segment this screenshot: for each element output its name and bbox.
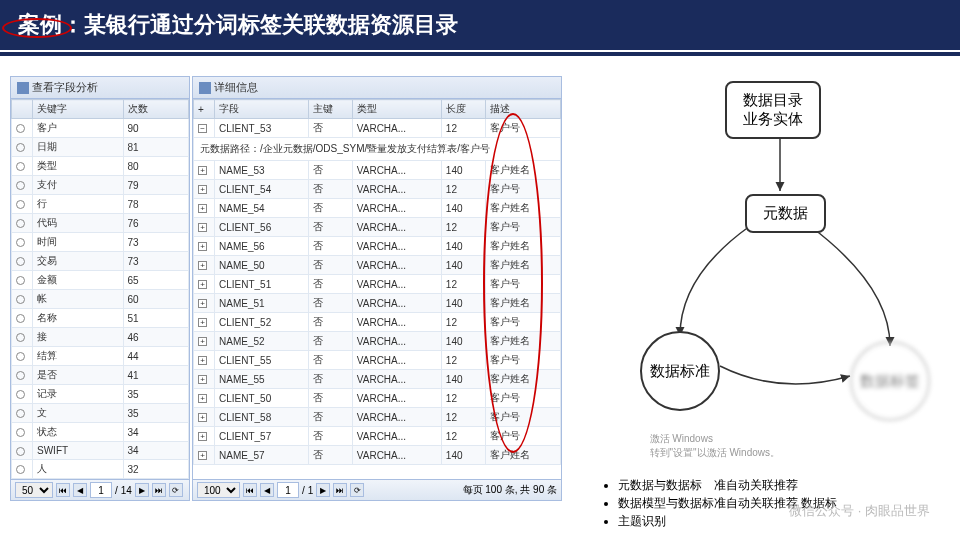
- cell-keyword: 是否: [33, 366, 124, 385]
- table-row[interactable]: 客户90: [12, 119, 189, 138]
- table-row[interactable]: +CLIENT_57否VARCHA...12客户号: [194, 427, 561, 446]
- table-row[interactable]: +NAME_56否VARCHA...140客户姓名: [194, 237, 561, 256]
- expand-icon[interactable]: +: [198, 451, 207, 460]
- table-row[interactable]: 类型80: [12, 157, 189, 176]
- keyword-grid[interactable]: 关键字 次数 客户90日期81类型80支付79行78代码76时间73交易73金额…: [11, 99, 189, 479]
- table-row[interactable]: +NAME_53否VARCHA...140客户姓名: [194, 161, 561, 180]
- table-row[interactable]: 结算44: [12, 347, 189, 366]
- table-row[interactable]: 代码76: [12, 214, 189, 233]
- expand-icon[interactable]: +: [198, 280, 207, 289]
- table-row[interactable]: 是否41: [12, 366, 189, 385]
- table-row[interactable]: 名称51: [12, 309, 189, 328]
- radio-icon[interactable]: [16, 276, 25, 285]
- expand-icon[interactable]: +: [198, 223, 207, 232]
- radio-icon[interactable]: [16, 428, 25, 437]
- first-page-button[interactable]: ⏮: [56, 483, 70, 497]
- expand-icon[interactable]: +: [198, 261, 207, 270]
- last-page-button[interactable]: ⏭: [333, 483, 347, 497]
- table-row[interactable]: 帐60: [12, 290, 189, 309]
- expand-icon[interactable]: +: [198, 413, 207, 422]
- table-row[interactable]: 支付79: [12, 176, 189, 195]
- table-row[interactable]: SWIFT34: [12, 442, 189, 460]
- page-input[interactable]: [90, 482, 112, 498]
- expand-icon[interactable]: +: [198, 318, 207, 327]
- table-row[interactable]: +NAME_54否VARCHA...140客户姓名: [194, 199, 561, 218]
- radio-icon[interactable]: [16, 124, 25, 133]
- radio-icon[interactable]: [16, 219, 25, 228]
- table-row[interactable]: 记录35: [12, 385, 189, 404]
- first-page-button[interactable]: ⏮: [243, 483, 257, 497]
- expand-icon[interactable]: +: [198, 242, 207, 251]
- cell-type: VARCHA...: [352, 446, 441, 465]
- expand-icon[interactable]: +: [198, 394, 207, 403]
- radio-icon[interactable]: [16, 314, 25, 323]
- table-row[interactable]: 交易73: [12, 252, 189, 271]
- table-row[interactable]: +CLIENT_54否VARCHA...12客户号: [194, 180, 561, 199]
- table-row[interactable]: +CLIENT_55否VARCHA...12客户号: [194, 351, 561, 370]
- page-size-select[interactable]: 50: [15, 482, 53, 498]
- table-row[interactable]: +CLIENT_51否VARCHA...12客户号: [194, 275, 561, 294]
- col-pk[interactable]: 主键: [308, 100, 352, 119]
- expand-icon[interactable]: +: [198, 375, 207, 384]
- detail-grid[interactable]: + 字段 主键 类型 长度 描述 −CLIENT_53否VARCHA...12客…: [193, 99, 561, 479]
- radio-icon[interactable]: [16, 200, 25, 209]
- table-row[interactable]: −CLIENT_53否VARCHA...12客户号: [194, 119, 561, 138]
- cell-field: CLIENT_58: [215, 408, 309, 427]
- radio-icon[interactable]: [16, 295, 25, 304]
- radio-icon[interactable]: [16, 257, 25, 266]
- table-row[interactable]: +CLIENT_50否VARCHA...12客户号: [194, 389, 561, 408]
- col-desc[interactable]: 描述: [486, 100, 561, 119]
- expand-icon[interactable]: +: [198, 185, 207, 194]
- col-field[interactable]: 字段: [215, 100, 309, 119]
- expand-icon[interactable]: +: [198, 166, 207, 175]
- table-row[interactable]: 时间73: [12, 233, 189, 252]
- col-keyword[interactable]: 关键字: [33, 100, 124, 119]
- radio-icon[interactable]: [16, 447, 25, 456]
- radio-icon[interactable]: [16, 181, 25, 190]
- radio-icon[interactable]: [16, 143, 25, 152]
- col-count[interactable]: 次数: [123, 100, 188, 119]
- radio-icon[interactable]: [16, 333, 25, 342]
- table-row[interactable]: +NAME_50否VARCHA...140客户姓名: [194, 256, 561, 275]
- cell-field: CLIENT_57: [215, 427, 309, 446]
- prev-page-button[interactable]: ◀: [260, 483, 274, 497]
- col-length[interactable]: 长度: [441, 100, 485, 119]
- cell-pk: 否: [308, 427, 352, 446]
- last-page-button[interactable]: ⏭: [152, 483, 166, 497]
- table-row[interactable]: +CLIENT_52否VARCHA...12客户号: [194, 313, 561, 332]
- next-page-button[interactable]: ▶: [316, 483, 330, 497]
- table-row[interactable]: 金额65: [12, 271, 189, 290]
- expand-icon[interactable]: +: [198, 337, 207, 346]
- prev-page-button[interactable]: ◀: [73, 483, 87, 497]
- table-row[interactable]: +CLIENT_58否VARCHA...12客户号: [194, 408, 561, 427]
- table-row[interactable]: 人32: [12, 460, 189, 479]
- radio-icon[interactable]: [16, 238, 25, 247]
- radio-icon[interactable]: [16, 390, 25, 399]
- radio-icon[interactable]: [16, 465, 25, 474]
- table-row[interactable]: 接46: [12, 328, 189, 347]
- table-row[interactable]: +NAME_57否VARCHA...140客户姓名: [194, 446, 561, 465]
- expand-icon[interactable]: +: [198, 204, 207, 213]
- radio-icon[interactable]: [16, 352, 25, 361]
- table-row[interactable]: +NAME_51否VARCHA...140客户姓名: [194, 294, 561, 313]
- page-input[interactable]: [277, 482, 299, 498]
- radio-icon[interactable]: [16, 162, 25, 171]
- expand-icon[interactable]: +: [198, 299, 207, 308]
- expand-icon[interactable]: −: [198, 124, 207, 133]
- page-size-select[interactable]: 100: [197, 482, 240, 498]
- expand-icon[interactable]: +: [198, 356, 207, 365]
- refresh-button[interactable]: ⟳: [350, 483, 364, 497]
- table-row[interactable]: +CLIENT_56否VARCHA...12客户号: [194, 218, 561, 237]
- expand-icon[interactable]: +: [198, 432, 207, 441]
- table-row[interactable]: 文35: [12, 404, 189, 423]
- radio-icon[interactable]: [16, 409, 25, 418]
- refresh-button[interactable]: ⟳: [169, 483, 183, 497]
- radio-icon[interactable]: [16, 371, 25, 380]
- table-row[interactable]: 日期81: [12, 138, 189, 157]
- table-row[interactable]: +NAME_52否VARCHA...140客户姓名: [194, 332, 561, 351]
- col-type[interactable]: 类型: [352, 100, 441, 119]
- table-row[interactable]: 状态34: [12, 423, 189, 442]
- next-page-button[interactable]: ▶: [135, 483, 149, 497]
- table-row[interactable]: 行78: [12, 195, 189, 214]
- table-row[interactable]: +NAME_55否VARCHA...140客户姓名: [194, 370, 561, 389]
